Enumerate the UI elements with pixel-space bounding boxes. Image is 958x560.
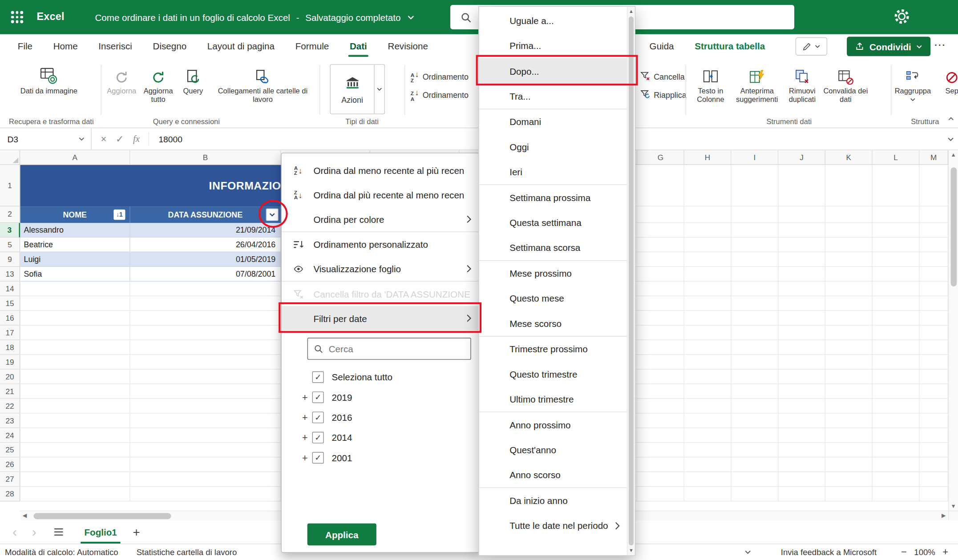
hire-date-cell[interactable]: 26/04/2016 [130, 238, 281, 252]
row-header-28[interactable]: 28 [0, 487, 20, 501]
hire-date-cell[interactable]: 21/09/2014 [130, 223, 281, 237]
scroll-up-icon[interactable]: ▲ [949, 152, 958, 158]
all-sheets-menu-icon[interactable] [54, 528, 64, 536]
column-header-K[interactable]: K [825, 150, 873, 165]
formula-bar-value[interactable]: 18000 [158, 134, 182, 144]
datefilter-item-tutte-le-date-nel-periodo[interactable]: Tutte le date nel periodo [479, 513, 628, 538]
collegamenti-button[interactable]: Collegamenti alle cartelle di lavoro [210, 63, 315, 104]
row-header-2[interactable]: 2 [0, 206, 20, 223]
tab-struttura-tabella[interactable]: Struttura tabella [684, 34, 776, 59]
row-header-13[interactable]: 13 [0, 267, 20, 282]
tab-disegno[interactable]: Disegno [142, 34, 197, 59]
datefilter-item-prima[interactable]: Prima... [479, 33, 628, 58]
column-header-I[interactable]: I [732, 150, 779, 165]
feedback-link[interactable]: Invia feedback a Microsoft [781, 548, 877, 557]
row-header-3[interactable]: 3 [0, 223, 20, 238]
tab-revisione[interactable]: Revisione [377, 34, 438, 59]
datefilter-item-questo-trimestre[interactable]: Questo trimestre [479, 362, 628, 387]
datefilter-item-quest-anno[interactable]: Quest'anno [479, 437, 628, 462]
name-box[interactable]: D3 [0, 128, 92, 149]
expand-icon[interactable]: + [298, 392, 312, 403]
row-header-15[interactable]: 15 [0, 296, 20, 311]
checkbox[interactable]: ✓ [312, 432, 324, 443]
row-header-27[interactable]: 27 [0, 472, 20, 487]
zoom-in-icon[interactable]: + [942, 547, 948, 558]
scroll-down-icon[interactable]: ▼ [949, 503, 958, 509]
employee-name-cell[interactable]: Sofia [20, 267, 130, 281]
row-header-19[interactable]: 19 [0, 355, 20, 370]
datefilter-item-settimana-prossima[interactable]: Settimana prossima [479, 185, 628, 210]
table-title-cell[interactable]: INFORMAZIO [20, 165, 281, 206]
datefilter-item-settimana-scorsa[interactable]: Settimana scorsa [479, 235, 628, 260]
scroll-left-icon[interactable]: ◀ [23, 512, 27, 519]
submenu-scrollbar[interactable]: ▲ ▼ [627, 7, 635, 555]
scroll-thumb[interactable] [629, 16, 634, 545]
expand-icon[interactable]: + [298, 412, 312, 423]
date-header-cell[interactable]: DATA ASSUNZIONE [130, 206, 281, 223]
column-header-G[interactable]: G [637, 150, 684, 165]
separa-button[interactable]: Sep [935, 63, 958, 95]
apply-button[interactable]: Applica [307, 524, 376, 545]
column-header-J[interactable]: J [778, 150, 825, 165]
tab-guida[interactable]: Guida [639, 34, 684, 59]
column-header-A[interactable]: A [20, 150, 130, 165]
datefilter-item-ultimo-trimestre[interactable]: Ultimo trimestre [479, 387, 628, 411]
row-header-17[interactable]: 17 [0, 326, 20, 340]
expand-formula-bar-icon[interactable] [947, 135, 954, 142]
raggruppa-button[interactable]: Raggruppa [893, 63, 932, 102]
hire-date-cell[interactable]: 07/08/2001 [130, 267, 281, 281]
insert-function-icon[interactable]: fx [133, 134, 140, 144]
filter-value-2019[interactable]: +✓2019 [282, 387, 479, 407]
rimuovi-duplicati-button[interactable]: Rimuovi duplicati [783, 63, 821, 104]
expand-icon[interactable]: + [298, 432, 312, 443]
filter-value-2014[interactable]: +✓2014 [282, 427, 479, 447]
settings-gear-icon[interactable] [893, 8, 911, 26]
filter-value-2016[interactable]: +✓2016 [282, 407, 479, 427]
tab-home[interactable]: Home [43, 34, 88, 59]
convalida-dati-button[interactable]: Convalida dei dati [822, 63, 869, 104]
row-header-20[interactable]: 20 [0, 370, 20, 384]
chevron-down-icon[interactable] [374, 65, 384, 114]
filter-search-input[interactable] [329, 343, 465, 354]
row-header-21[interactable]: 21 [0, 384, 20, 399]
row-header-18[interactable]: 18 [0, 340, 20, 355]
collapse-ribbon-icon[interactable] [948, 113, 954, 125]
riapplica-filtro-button[interactable]: Riapplica [640, 87, 687, 103]
tab-layout-di-pagina[interactable]: Layout di pagina [197, 34, 285, 59]
scroll-up-icon[interactable]: ▲ [627, 8, 635, 14]
datefilter-item-tra[interactable]: Tra... [479, 84, 628, 109]
aggiorna-tutto-button[interactable]: Aggiorna tutto [139, 63, 177, 104]
datefilter-item-questo-mese[interactable]: Questo mese [479, 286, 628, 311]
tab-inserisci[interactable]: Inserisci [88, 34, 142, 59]
employee-name-cell[interactable]: Alessandro [20, 223, 130, 237]
checkbox[interactable]: ✓ [312, 411, 324, 423]
column-header-M[interactable]: M [920, 150, 949, 165]
datefilter-item-dopo[interactable]: Dopo... [479, 59, 628, 84]
datefilter-item-trimestre-prossimo[interactable]: Trimestre prossimo [479, 337, 628, 362]
datefilter-item-uguale-a[interactable]: Uguale a... [479, 8, 628, 33]
datefilter-item-anno-prossimo[interactable]: Anno prossimo [479, 412, 628, 437]
column-header-H[interactable]: H [684, 150, 732, 165]
next-sheet-icon[interactable]: › [29, 525, 39, 539]
datefilter-item-da-inizio-anno[interactable]: Da inizio anno [479, 488, 628, 513]
row-header-25[interactable]: 25 [0, 443, 20, 457]
vertical-scroll-thumb[interactable] [951, 167, 957, 286]
scroll-down-icon[interactable]: ▼ [627, 548, 635, 553]
row-header-14[interactable]: 14 [0, 282, 20, 296]
checkbox[interactable]: ✓ [312, 391, 324, 403]
row-header-1[interactable]: 1 [0, 165, 20, 206]
column-filter-button[interactable] [266, 208, 279, 221]
query-button[interactable]: Query [178, 63, 208, 95]
cancella-filtro-button[interactable]: Cancella [640, 68, 685, 85]
datefilter-item-mese-scorso[interactable]: Mese scorso [479, 311, 628, 336]
dati-da-immagine-button[interactable]: Dati da immagine [15, 63, 83, 95]
datefilter-item-questa-settimana[interactable]: Questa settimana [479, 210, 628, 235]
row-header-26[interactable]: 26 [0, 457, 20, 472]
share-button[interactable]: Condividi [847, 36, 931, 56]
filter-menu-item-ordinamento-personalizzato[interactable]: Ordinamento personalizzato [282, 232, 479, 257]
scroll-right-icon[interactable]: ▶ [942, 512, 946, 519]
filter-menu-item-ordina-per-colore[interactable]: Ordina per colore [282, 207, 479, 231]
expand-icon[interactable]: + [298, 452, 312, 463]
app-launcher-icon[interactable] [7, 7, 27, 27]
row-header-5[interactable]: 5 [0, 238, 20, 252]
